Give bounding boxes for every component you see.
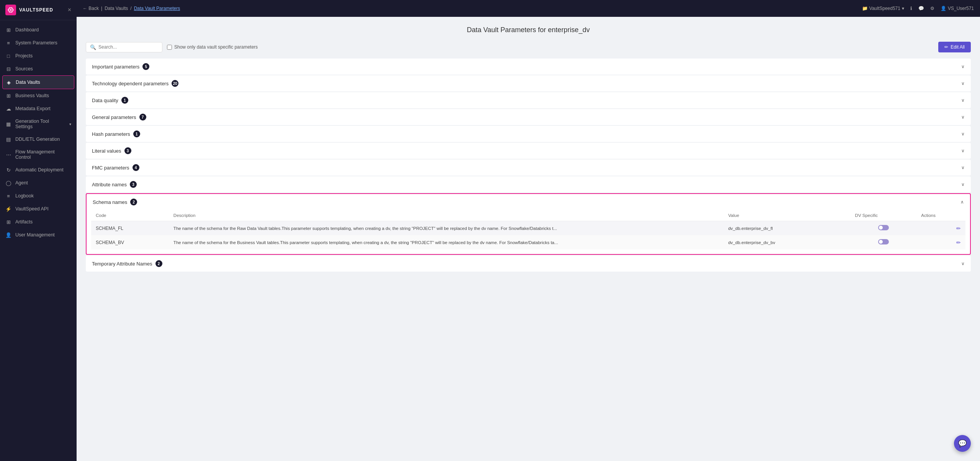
nav-label-ddl-etl-generation: DDL/ETL Generation [15,137,60,142]
page-title: Data Vault Parameters for enterprise_dv [86,26,971,34]
table-header-dv-specific: DV Specific [851,210,917,221]
schema-names-table: CodeDescriptionValueDV SpecificActionsSC… [91,210,965,249]
section-chevron-general-parameters: ∨ [961,114,965,120]
accordion-section-temporary-attribute-names: Temporary Attribute Names 2 ∨ [86,256,971,272]
accordion-section-hash-parameters: Hash parameters 1 ∨ [86,126,971,142]
section-title-literal-values: Literal values 3 [92,147,131,154]
edit-all-button[interactable]: ✏ Edit All [938,42,971,52]
table-cell-code: SCHEMA_FL [91,221,169,236]
sidebar-item-logbook[interactable]: ≡ Logbook [0,189,77,202]
accordion-header-schema-names[interactable]: Schema names 2 ∧ [87,194,970,210]
vault-name: VaultSpeed571 [869,6,900,11]
accordion-header-technology-dependent-parameters[interactable]: Technology dependent parameters 20 ∨ [86,75,971,91]
nav-label-generation-tool-settings: Generation Tool Settings [15,119,65,129]
breadcrumb-sep2: / [130,6,131,11]
table-cell-actions: ✏ [916,235,965,249]
table-cell-value: dv_db.enterprise_dv_bv [723,235,850,249]
breadcrumb-vault[interactable]: Data Vaults [105,6,128,11]
folder-icon: 📁 [862,6,868,11]
accordion-header-hash-parameters[interactable]: Hash parameters 1 ∨ [86,126,971,142]
fab-icon: 💬 [958,439,967,448]
nav-label-data-vaults: Data Vaults [16,80,40,85]
table-row: SCHEMA_BVThe name of the schema for the … [91,235,965,249]
section-badge-schema-names: 2 [130,199,137,205]
accordion-header-temporary-attribute-names[interactable]: Temporary Attribute Names 2 ∨ [86,256,971,272]
sidebar-item-business-vaults[interactable]: ⊞ Business Vaults [0,89,77,102]
section-badge-attribute-names: 3 [130,181,137,188]
toolbar: 🔍 Show only data vault specific paramete… [86,42,971,52]
dv-specific-toggle[interactable] [878,225,889,230]
section-title-fmc-parameters: FMC parameters 4 [92,164,139,171]
table-cell-description: The name of the schema for the Raw Data … [169,221,724,236]
user-name[interactable]: 👤 VS_User571 [941,6,974,11]
nav-label-flow-management-control: Flow Management Control [15,149,71,160]
sidebar-item-automatic-deployment[interactable]: ↻ Automatic Deployment [0,163,77,176]
accordion-header-general-parameters[interactable]: General parameters 7 ∨ [86,109,971,125]
nav-icon-ddl-etl-generation: ▤ [5,136,11,142]
info-icon[interactable]: ℹ [910,6,912,11]
nav-label-logbook: Logbook [15,193,34,199]
sidebar-item-projects[interactable]: □ Projects [0,49,77,62]
sidebar-item-generation-tool-settings[interactable]: ▦ Generation Tool Settings ▾ [0,115,77,133]
nav-icon-generation-tool-settings: ▦ [5,121,11,127]
nav-icon-metadata-export: ☁ [5,106,11,112]
nav-icon-automatic-deployment: ↻ [5,167,11,173]
accordion-header-fmc-parameters[interactable]: FMC parameters 4 ∨ [86,160,971,176]
content-area: Data Vault Parameters for enterprise_dv … [77,17,980,461]
sidebar-item-agent[interactable]: ◯ Agent [0,176,77,189]
accordion-header-literal-values[interactable]: Literal values 3 ∨ [86,143,971,159]
sidebar-item-data-vaults[interactable]: ◈ Data Vaults [2,75,74,89]
accordion-body-schema-names: CodeDescriptionValueDV SpecificActionsSC… [87,210,970,254]
section-badge-fmc-parameters: 4 [133,164,139,171]
nav-label-business-vaults: Business Vaults [15,93,49,98]
fab-button[interactable]: 💬 [954,435,971,452]
section-label-attribute-names: Attribute names [92,182,127,187]
sidebar-item-ddl-etl-generation[interactable]: ▤ DDL/ETL Generation [0,133,77,146]
table-row: SCHEMA_FLThe name of the schema for the … [91,221,965,236]
sidebar-item-user-management[interactable]: 👤 User Management [0,228,77,241]
table-header-code: Code [91,210,169,221]
dv-specific-toggle[interactable] [878,239,889,244]
sidebar-item-sources[interactable]: ⊟ Sources [0,62,77,75]
section-title-general-parameters: General parameters 7 [92,114,146,121]
logo-text: VAULTSPEED [19,7,53,13]
sidebar-item-dashboard[interactable]: ⊞ Dashboard [0,23,77,36]
accordion-header-important-parameters[interactable]: Important parameters 5 ∨ [86,59,971,75]
section-badge-data-quality: 1 [121,97,128,104]
edit-row-button[interactable]: ✏ [956,225,961,231]
section-chevron-literal-values: ∨ [961,148,965,153]
accordion-section-attribute-names: Attribute names 3 ∨ [86,176,971,192]
nav-icon-logbook: ≡ [5,193,11,199]
nav-label-dashboard: Dashboard [15,27,39,33]
sidebar-item-artifacts[interactable]: ⊞ Artifacts [0,215,77,228]
section-chevron-temporary-attribute-names: ∨ [961,261,965,266]
search-input[interactable] [98,44,152,50]
section-title-temporary-attribute-names: Temporary Attribute Names 2 [92,260,162,267]
accordion-section-data-quality: Data quality 1 ∨ [86,92,971,108]
breadcrumb-separator1: | [101,6,102,11]
edit-row-button[interactable]: ✏ [956,239,961,246]
nav-label-vaultspeed-api: VaultSpeed API [15,206,49,212]
accordion-container: Important parameters 5 ∨ Technology depe… [86,59,971,272]
dv-specific-filter-label[interactable]: Show only data vault specific parameters [167,44,258,50]
chat-icon[interactable]: 💬 [918,6,924,11]
section-label-hash-parameters: Hash parameters [92,131,130,137]
sidebar-item-vaultspeed-api[interactable]: ⚡ VaultSpeed API [0,202,77,215]
table-cell-value: dv_db.enterprise_dv_fl [723,221,850,236]
nav-icon-flow-management-control: ⋯ [5,151,11,158]
section-badge-general-parameters: 7 [139,114,146,121]
section-chevron-schema-names: ∧ [960,199,964,205]
dv-specific-checkbox[interactable] [167,45,172,50]
back-link[interactable]: ← Back [83,6,99,11]
section-badge-important-parameters: 5 [142,63,149,70]
nav-label-projects: Projects [15,53,33,59]
vault-selector[interactable]: 📁 VaultSpeed571 ▾ [862,6,904,11]
section-badge-hash-parameters: 1 [133,130,140,137]
settings-icon[interactable]: ⚙ [930,6,934,11]
accordion-header-attribute-names[interactable]: Attribute names 3 ∨ [86,176,971,192]
sidebar-item-system-parameters[interactable]: ≡ System Parameters [0,36,77,49]
sidebar-item-flow-management-control[interactable]: ⋯ Flow Management Control [0,146,77,163]
sidebar-close-button[interactable]: × [68,7,71,13]
sidebar-item-metadata-export[interactable]: ☁ Metadata Export [0,102,77,115]
accordion-header-data-quality[interactable]: Data quality 1 ∨ [86,92,971,108]
